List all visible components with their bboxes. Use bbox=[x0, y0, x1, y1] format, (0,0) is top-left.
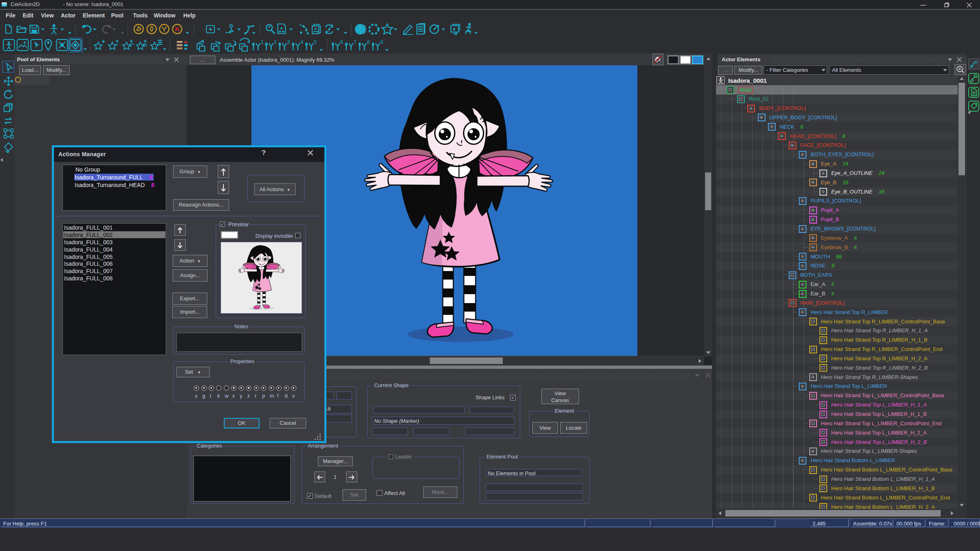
svg-text:7: 7 bbox=[354, 39, 356, 45]
svg-text:1: 1 bbox=[261, 39, 264, 45]
svg-text:8: 8 bbox=[367, 39, 370, 45]
svg-text:5: 5 bbox=[314, 39, 317, 45]
svg-text:9: 9 bbox=[380, 39, 383, 45]
svg-text:3: 3 bbox=[287, 39, 290, 45]
svg-text:2: 2 bbox=[274, 39, 277, 45]
svg-text:4: 4 bbox=[300, 39, 303, 45]
svg-text:6: 6 bbox=[340, 39, 343, 45]
